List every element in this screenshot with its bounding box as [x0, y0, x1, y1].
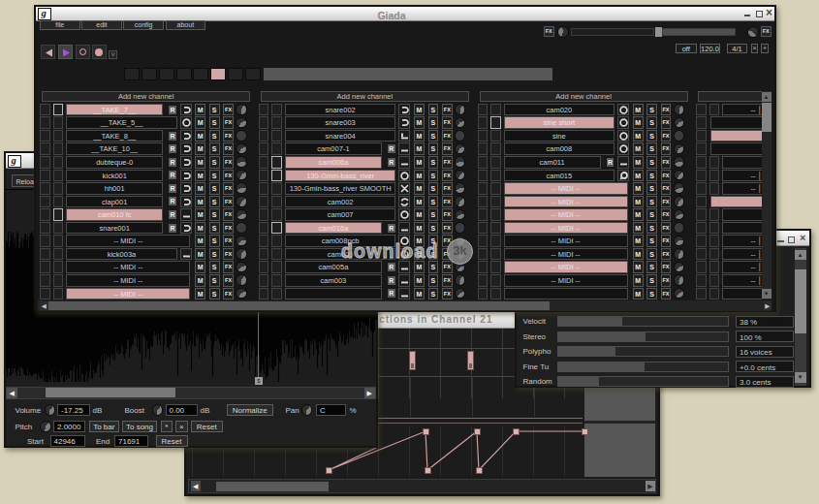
svg-text:g: g — [10, 156, 16, 166]
svg-text:g: g — [40, 9, 46, 18]
